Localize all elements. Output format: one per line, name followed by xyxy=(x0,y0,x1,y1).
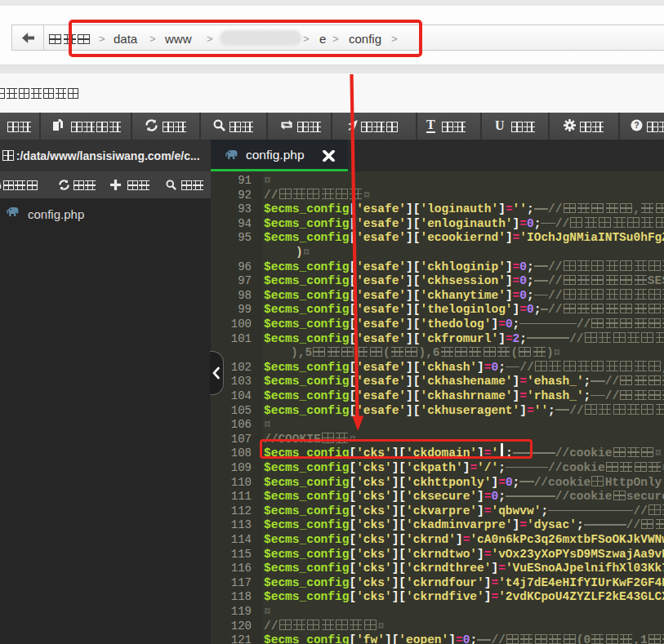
svg-text:?: ? xyxy=(634,121,639,130)
